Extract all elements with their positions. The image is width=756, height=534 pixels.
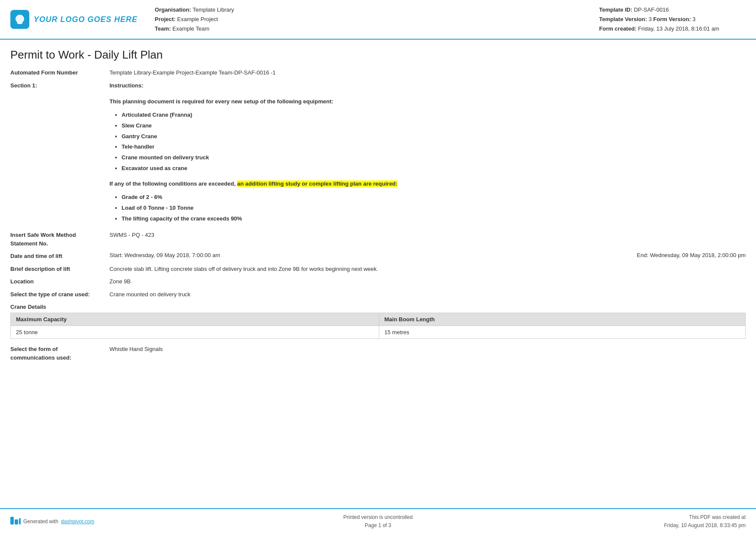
svg-rect-4 <box>19 518 21 525</box>
main-content: Permit to Work - Daily Lift Plan Automat… <box>0 40 756 400</box>
svg-rect-2 <box>10 517 14 525</box>
form-version-value: 3 <box>693 16 696 22</box>
team-label: Team: <box>155 25 171 32</box>
automated-form-value: Template Library-Example Project-Example… <box>109 68 746 77</box>
crane-type-value: Crane mounted on delivery truck <box>109 290 746 299</box>
project-line: Project: Example Project <box>155 15 599 24</box>
section1-value: Instructions: <box>109 81 746 90</box>
dashpivot-logo-icon <box>10 517 21 525</box>
communications-label: Select the form of communications used: <box>10 345 109 362</box>
crane-type-row: Select the type of crane used: Crane mou… <box>10 290 746 299</box>
datetime-label: Date and time of lift <box>10 252 109 261</box>
brief-desc-value: Concrete slab lift. Lifting concrete sla… <box>109 265 746 273</box>
swms-row: Insert Safe Work Method Statement No. SW… <box>10 231 746 248</box>
version-line: Template Version: 3 Form Version: 3 <box>599 15 746 24</box>
instructions-block: This planning document is required for e… <box>109 98 746 224</box>
form-created-label: Form created: <box>599 25 637 32</box>
template-version-label: Template Version: <box>599 16 647 22</box>
list-item: Articulated Crane (Franna) <box>122 110 746 121</box>
team-line: Team: Example Team <box>155 24 599 34</box>
conditions-list: Grade of 2 - 6% Load of 0 Tonne - 10 Ton… <box>109 192 746 224</box>
crane-type-label: Select the type of crane used: <box>10 290 109 299</box>
page-title: Permit to Work - Daily Lift Plan <box>10 48 746 62</box>
communications-row: Select the form of communications used: … <box>10 345 746 362</box>
footer-right: This PDF was created at Friday, 10 Augus… <box>616 513 746 530</box>
template-version-value: 3 <box>649 16 652 22</box>
template-id-value: DP-SAF-0016 <box>634 6 669 13</box>
cell-capacity: 25 tonne <box>11 326 379 339</box>
conditions-highlight: an addition lifting study or complex lif… <box>237 180 397 187</box>
svg-rect-3 <box>15 519 18 525</box>
generated-link[interactable]: dashpivot.com <box>61 518 94 525</box>
logo-text: YOUR LOGO GOES HERE <box>34 15 137 24</box>
header-center: Organisation: Template Library Project: … <box>137 5 599 34</box>
section1-label: Section 1: <box>10 81 109 90</box>
svg-rect-1 <box>19 23 21 24</box>
template-id-label: Template ID: <box>599 6 632 13</box>
list-item: Slew Crane <box>122 121 746 131</box>
footer-icon <box>10 517 21 526</box>
list-item: Tele-handler <box>122 142 746 152</box>
conditions-prefix: If any of the following conditions are e… <box>109 180 237 187</box>
swms-label: Insert Safe Work Method Statement No. <box>10 231 109 248</box>
communications-value: Whistle Hand Signals <box>109 345 746 354</box>
location-row: Location Zone 9B <box>10 277 746 286</box>
footer: Generated with dashpivot.com Printed ver… <box>0 508 756 534</box>
header: YOUR LOGO GOES HERE Organisation: Templa… <box>0 0 756 40</box>
cell-boom: 15 metres <box>379 326 745 339</box>
svg-rect-0 <box>18 22 22 23</box>
form-created-value: Friday, 13 July 2018, 8:16:01 am <box>638 25 719 32</box>
list-item: Crane mounted on delivery truck <box>122 152 746 163</box>
crane-details-heading: Crane Details <box>10 304 746 310</box>
list-item: Excavator used as crane <box>122 163 746 174</box>
datetime-row: Date and time of lift Start: Wednesday, … <box>10 252 746 261</box>
pdf-created-date: Friday, 10 August 2018, 8:33:45 pm <box>616 522 746 530</box>
section1-label-text: Section 1: <box>10 82 37 89</box>
table-header-row: Maximum Capacity Main Boom Length <box>11 313 746 326</box>
project-label: Project: <box>155 16 175 22</box>
uncontrolled-text: Printed version is uncontrolled <box>140 513 616 522</box>
crane-table: Maximum Capacity Main Boom Length 25 ton… <box>10 313 746 339</box>
list-item: Grade of 2 - 6% <box>122 192 746 203</box>
equipment-list: Articulated Crane (Franna) Slew Crane Ga… <box>109 110 746 174</box>
datetime-values: Start: Wednesday, 09 May 2018, 7:00:00 a… <box>109 252 746 258</box>
date-start: Start: Wednesday, 09 May 2018, 7:00:00 a… <box>109 252 220 258</box>
instructions-heading: Instructions: <box>109 82 144 89</box>
location-label: Location <box>10 277 109 286</box>
list-item: The lifting capacity of the crane exceed… <box>122 214 746 224</box>
logo-svg <box>14 13 26 25</box>
footer-left: Generated with dashpivot.com <box>10 517 140 526</box>
page-text: Page 1 of 3 <box>140 522 616 530</box>
location-value: Zone 9B <box>109 277 746 286</box>
automated-form-label: Automated Form Number <box>10 68 109 77</box>
list-item: Load of 0 Tonne - 10 Tonne <box>122 203 746 214</box>
table-row: 25 tonne 15 metres <box>11 326 746 339</box>
col-header-boom: Main Boom Length <box>379 313 745 326</box>
project-value: Example Project <box>177 16 218 22</box>
section1-row: Section 1: Instructions: <box>10 81 746 90</box>
swms-value: SWMS - PQ - 423 <box>109 231 746 239</box>
automated-form-row: Automated Form Number Template Library-E… <box>10 68 746 77</box>
header-right: Template ID: DP-SAF-0016 Template Versio… <box>599 5 746 34</box>
date-end: End: Wednesday, 09 May 2018, 2:00:00 pm <box>637 252 746 258</box>
footer-center: Printed version is uncontrolled Page 1 o… <box>140 513 616 530</box>
instructions-intro: This planning document is required for e… <box>109 98 746 105</box>
col-header-capacity: Maximum Capacity <box>11 313 379 326</box>
brief-desc-label: Brief description of lift <box>10 265 109 273</box>
team-value: Example Team <box>172 25 209 32</box>
template-id-line: Template ID: DP-SAF-0016 <box>599 5 746 15</box>
logo-icon <box>10 10 29 29</box>
logo-area: YOUR LOGO GOES HERE <box>10 5 137 34</box>
org-label: Organisation: <box>155 6 191 13</box>
org-line: Organisation: Template Library <box>155 5 599 15</box>
form-created-line: Form created: Friday, 13 July 2018, 8:16… <box>599 24 746 34</box>
brief-desc-row: Brief description of lift Concrete slab … <box>10 265 746 273</box>
conditions-text: If any of the following conditions are e… <box>109 180 746 187</box>
pdf-created-text: This PDF was created at <box>616 513 746 522</box>
generated-text: Generated with <box>23 518 58 525</box>
org-value: Template Library <box>193 6 234 13</box>
list-item: Gantry Crane <box>122 131 746 142</box>
form-version-label: Form Version: <box>653 16 691 22</box>
